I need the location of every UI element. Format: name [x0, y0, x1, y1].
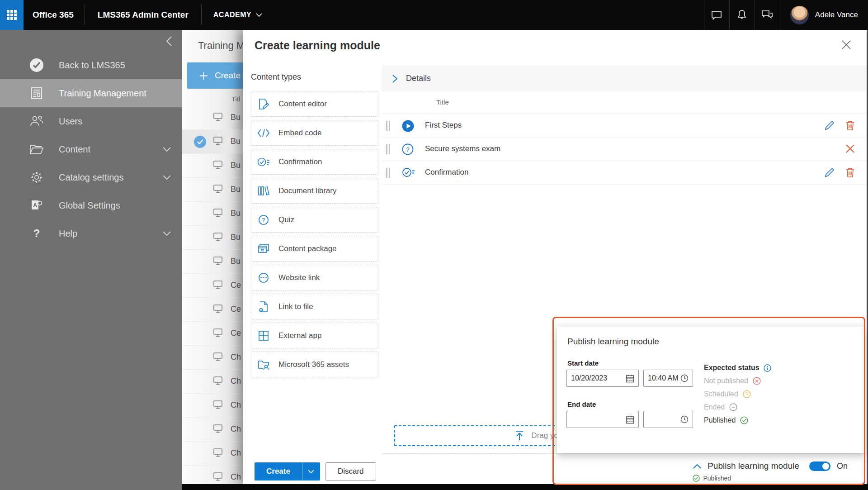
content-type-quiz[interactable]: ? Quiz [251, 207, 378, 233]
table-row[interactable]: Bu [182, 250, 243, 274]
admin-center-title[interactable]: LMS365 Admin Center [85, 10, 201, 20]
publish-card-title: Publish learning module [567, 337, 659, 347]
content-type-confirmation[interactable]: Confirmation [251, 149, 378, 175]
remove-x-icon[interactable] [845, 144, 855, 153]
info-icon[interactable] [764, 364, 771, 372]
content-types-panel: Content types Content editor Embed code … [251, 72, 378, 377]
module-item-title: Secure systems exam [425, 144, 500, 153]
start-date-label: Start date [567, 359, 599, 367]
sidebar-item-label: Global Settings [59, 200, 120, 211]
screen: Office 365 LMS365 Admin Center ACADEMY [0, 0, 868, 490]
clock-icon[interactable] [680, 374, 689, 382]
content-type-m365-assets[interactable]: Microsoft 365 assets [251, 352, 378, 377]
svg-text:?: ? [262, 216, 265, 223]
delete-icon[interactable] [845, 120, 855, 131]
expected-status-header: Expected status [704, 364, 771, 372]
tenant-dropdown[interactable]: ACADEMY [202, 11, 268, 19]
table-row[interactable]: Bu [182, 202, 243, 226]
start-date-input[interactable]: 10/20/2023 [566, 370, 639, 387]
end-time-input[interactable] [643, 411, 693, 428]
app-launcher-button[interactable] [0, 0, 24, 30]
table-row[interactable]: Bu [182, 178, 243, 202]
close-icon[interactable] [841, 40, 851, 50]
edit-icon[interactable] [824, 167, 835, 178]
monitor-icon [213, 328, 222, 337]
folder-icon [28, 143, 45, 155]
toggle-knob [822, 463, 829, 470]
monitor-icon [213, 137, 222, 145]
end-date-input[interactable] [566, 411, 639, 428]
row-actions [845, 144, 855, 153]
drag-handle[interactable] [386, 144, 390, 154]
sidebar-item-content[interactable]: Content [0, 135, 182, 163]
sidebar-collapse-button[interactable] [165, 35, 174, 47]
table-row[interactable]: Ch [182, 346, 243, 370]
link-to-file-icon [257, 301, 270, 313]
module-item-row[interactable]: First Steps [382, 114, 867, 138]
notifications-button[interactable] [729, 0, 755, 30]
calendar-icon[interactable] [626, 374, 634, 383]
published-check-icon [693, 475, 700, 482]
content-type-embed-code[interactable]: Embed code [251, 120, 378, 146]
sidebar-item-back-to-lms365[interactable]: Back to LMS365 [0, 51, 182, 79]
table-row-selected[interactable]: Bu [182, 130, 243, 154]
table-row[interactable]: Bu [182, 226, 243, 250]
publish-toggle[interactable] [809, 461, 830, 471]
content-type-content-editor[interactable]: Content editor [251, 91, 378, 117]
users-icon [28, 115, 45, 128]
delete-icon[interactable] [845, 167, 855, 178]
create-training-button[interactable]: Create tra [187, 62, 243, 89]
user-menu[interactable]: Adele Vance [780, 0, 868, 30]
calendar-icon[interactable] [626, 415, 634, 424]
drag-handle[interactable] [386, 121, 390, 131]
edit-icon[interactable] [824, 120, 835, 131]
bg-column-header: Titl [231, 95, 240, 103]
content-type-external-app[interactable]: External app [251, 323, 378, 348]
clock-icon[interactable] [680, 415, 689, 423]
create-split-button[interactable]: Create [255, 462, 320, 480]
sidebar-item-users[interactable]: Users [0, 107, 182, 135]
module-item-title: First Steps [425, 121, 462, 130]
start-time-input[interactable]: 10:40 AM [643, 370, 693, 387]
lms365-logo-icon [28, 57, 45, 73]
monitor-icon [213, 304, 222, 313]
table-row[interactable]: Ce [182, 274, 243, 298]
sidebar-item-global-settings[interactable]: A Global Settings [0, 191, 182, 219]
content-type-link-to-file[interactable]: Link to file [251, 294, 378, 319]
sidebar-item-catalog-settings[interactable]: Catalog settings [0, 163, 182, 191]
create-button[interactable]: Create [255, 462, 302, 480]
expected-status-panel: Expected status Not published Scheduled … [704, 364, 771, 424]
table-row[interactable]: Ch [182, 370, 243, 394]
module-item-row[interactable]: ? Secure systems exam [382, 138, 867, 161]
row-actions [824, 167, 855, 178]
modal-actions: Create Discard [255, 462, 376, 480]
table-row[interactable]: Ch [182, 442, 243, 466]
table-row[interactable]: Ch [182, 466, 243, 484]
drag-handle[interactable] [386, 168, 390, 178]
table-row[interactable]: Ch [182, 394, 243, 418]
sidebar-item-help[interactable]: ? Help [0, 219, 182, 247]
office365-home-link[interactable]: Office 365 [24, 10, 85, 20]
content-type-website-link[interactable]: Website link [251, 265, 378, 290]
table-row[interactable]: Bu [182, 154, 243, 178]
content-type-content-package[interactable]: Content package [251, 236, 378, 262]
embed-code-icon [257, 128, 270, 138]
module-item-row[interactable]: Confirmation [382, 161, 867, 185]
sidebar-item-training-management[interactable]: Training Management [0, 79, 182, 107]
publish-toggle-row: Publish learning module On [693, 461, 848, 471]
tenant-name: ACADEMY [213, 11, 251, 19]
feedback-button[interactable] [755, 0, 780, 30]
content-type-document-library[interactable]: Document library [251, 178, 378, 204]
table-row[interactable]: Ch [182, 418, 243, 442]
not-published-icon [753, 377, 761, 385]
chevron-up-icon[interactable] [693, 464, 701, 469]
table-row[interactable]: Bu [182, 106, 243, 130]
create-dropdown-button[interactable] [302, 462, 320, 480]
table-row[interactable]: Ce [182, 298, 243, 322]
table-row[interactable]: Ce [182, 322, 243, 346]
details-section-toggle[interactable]: Details [382, 66, 867, 91]
discard-button[interactable]: Discard [326, 462, 376, 480]
training-management-icon [28, 86, 45, 100]
waffle-icon [6, 10, 17, 20]
chat-button[interactable] [704, 0, 729, 30]
